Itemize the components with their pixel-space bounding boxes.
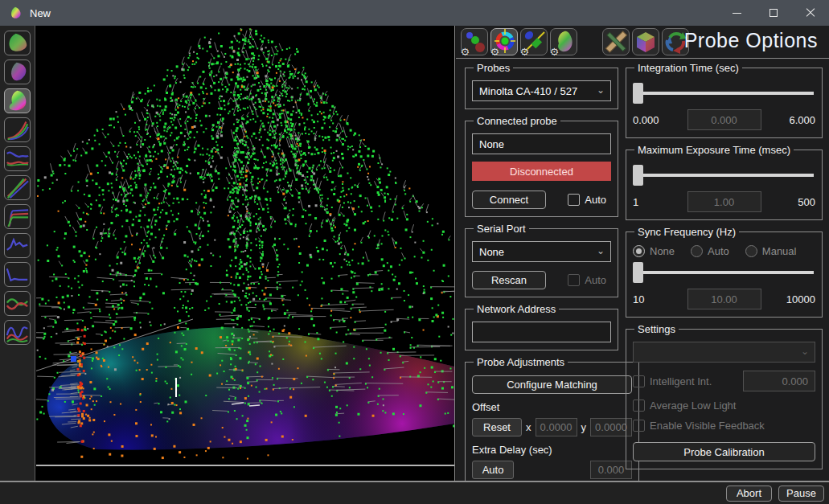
toolbar-gamut-settings-button[interactable]: ⚙ <box>550 28 577 55</box>
maximize-button[interactable] <box>755 0 792 26</box>
max-exposure-group-label: Maximum Exposure Time (msec) <box>634 144 794 156</box>
connect-auto-label: Auto <box>585 194 606 206</box>
toolbar-probe-options-button[interactable]: ⚙ <box>490 28 518 55</box>
average-low-light-label: Average Low Light <box>650 400 736 412</box>
gamut-3d-viewport[interactable] <box>35 26 455 481</box>
sidebar-item-response-curves[interactable] <box>4 146 31 171</box>
configure-matching-button[interactable]: Configure Matching <box>472 375 632 394</box>
checkbox-box <box>568 194 580 206</box>
probes-dropdown[interactable]: Minolta CA-410 / 527 ⌄ <box>472 80 611 101</box>
slider-track <box>634 174 814 177</box>
gear-icon: ⚙ <box>490 46 500 58</box>
minimize-button[interactable] <box>718 0 755 26</box>
sidebar-item-dual-wave[interactable] <box>4 291 31 316</box>
gear-icon: ⚙ <box>520 46 530 58</box>
offset-x-label: x <box>526 421 531 433</box>
sidebar-item-gamma-curves[interactable] <box>4 117 31 142</box>
gamma-curves-icon <box>5 118 30 141</box>
toolbar-measurement-points-button[interactable]: ⚙ <box>461 28 488 55</box>
connect-auto-checkbox[interactable]: Auto <box>568 194 606 206</box>
probe-adjustments-group: Probe Adjustments Configure Matching Off… <box>465 356 639 487</box>
sync-radio-manual: Manual <box>745 245 797 257</box>
toolbar-edit-tools-button[interactable] <box>602 28 630 55</box>
statusbar: Abort Pause <box>0 481 829 504</box>
integration-time-group-label: Integration Time (sec) <box>634 62 742 74</box>
extra-delay-label: Extra Delay (sec) <box>472 444 632 456</box>
enable-visible-feedback-checkbox: Enable Visible Feedback <box>633 420 765 432</box>
sync-frequency-max: 10000 <box>761 293 816 305</box>
close-button[interactable] <box>792 0 829 26</box>
gamut-3d-canvas[interactable] <box>36 28 454 464</box>
color-cube-icon <box>633 29 659 55</box>
gear-icon: ⚙ <box>461 46 470 58</box>
chevron-down-icon: ⌄ <box>597 84 605 96</box>
probe-options-panel: ⚙ <box>456 26 829 481</box>
intelligent-int-field: 0.000 <box>743 371 815 391</box>
slider-handle[interactable] <box>633 83 643 104</box>
toolbar-color-cube-button[interactable] <box>632 28 659 55</box>
triple-wave-chart-icon <box>5 321 30 344</box>
app-logo-icon <box>8 6 23 20</box>
rescan-button[interactable]: Rescan <box>472 271 546 289</box>
offset-y-label: y <box>581 421 587 433</box>
checkbox-box <box>568 274 580 286</box>
slider-handle[interactable] <box>633 165 643 186</box>
intelligent-int-label: Intelligent Int. <box>650 375 712 387</box>
connected-probe-group: Connected probe None Disconnected Connec… <box>465 115 618 217</box>
app-window: New <box>0 0 829 504</box>
toolbar-probe-connection-button[interactable]: ⚙ <box>520 28 548 55</box>
slider-handle[interactable] <box>633 262 643 283</box>
sidebar-item-knee-curves[interactable] <box>4 204 31 229</box>
sidebar-item-blue-trend[interactable] <box>4 233 31 258</box>
integration-time-min: 0.000 <box>633 114 687 126</box>
sync-frequency-slider[interactable] <box>633 260 815 285</box>
serial-port-group: Serial Port None ⌄ Rescan Auto <box>465 223 618 297</box>
integration-time-slider[interactable] <box>633 81 815 105</box>
settings-group: Settings ⌄ Intelligent Int. 0.000 <box>626 323 823 469</box>
titlebar: New <box>0 0 829 26</box>
blue-trend-chart-icon <box>5 234 30 257</box>
network-address-field[interactable] <box>472 322 611 342</box>
sync-frequency-min: 10 <box>633 293 687 305</box>
sidebar-item-cie-xy[interactable] <box>4 31 31 55</box>
serial-port-dropdown[interactable]: None ⌄ <box>472 241 611 262</box>
probe-calibration-button[interactable]: Probe Calibration <box>633 442 815 461</box>
abort-button[interactable]: Abort <box>726 486 772 502</box>
sidebar-item-blue-step[interactable] <box>4 262 31 287</box>
probes-dropdown-value: Minolta CA-410 / 527 <box>479 85 577 97</box>
checkbox-box <box>633 375 645 387</box>
probe-adjustments-group-label: Probe Adjustments <box>474 356 568 368</box>
extra-delay-auto-button[interactable]: Auto <box>472 461 514 479</box>
main-area: ⚙ <box>0 26 829 481</box>
connected-probe-group-label: Connected probe <box>474 115 560 127</box>
settings-dropdown: ⌄ <box>633 342 815 363</box>
rgb-linearity-icon <box>5 176 30 199</box>
enable-visible-feedback-label: Enable Visible Feedback <box>650 420 765 432</box>
network-address-group-label: Network Address <box>474 303 559 315</box>
edit-tools-icon <box>603 29 629 55</box>
max-exposure-field: 1.00 <box>687 191 761 212</box>
offset-x-field: 0.0000 <box>536 418 577 436</box>
radio-icon <box>691 245 703 257</box>
sidebar-item-triple-wave[interactable] <box>4 320 31 345</box>
max-exposure-slider[interactable] <box>633 163 815 187</box>
serial-port-group-label: Serial Port <box>474 223 529 235</box>
radio-icon <box>633 245 645 257</box>
connect-button[interactable]: Connect <box>472 191 546 209</box>
sync-radio-none-label: None <box>650 245 675 257</box>
cie-uv-chromaticity-icon <box>5 60 30 84</box>
integration-time-max: 6.000 <box>761 114 816 126</box>
sidebar-item-gamut-3d[interactable] <box>4 88 31 113</box>
sidebar-item-cie-uv[interactable] <box>4 59 31 84</box>
pause-button[interactable]: Pause <box>778 486 824 502</box>
viewport-separator <box>36 465 454 466</box>
rgb-response-curves-icon <box>5 147 30 170</box>
connected-probe-field: None <box>472 133 611 154</box>
offset-reset-button[interactable]: Reset <box>472 418 522 436</box>
max-exposure-min: 1 <box>633 196 687 208</box>
sidebar-item-linearity[interactable] <box>4 175 31 200</box>
probes-group-label: Probes <box>474 62 513 74</box>
close-icon <box>806 8 815 18</box>
sync-radio-auto-label: Auto <box>708 245 729 257</box>
checkbox-box <box>633 420 645 432</box>
